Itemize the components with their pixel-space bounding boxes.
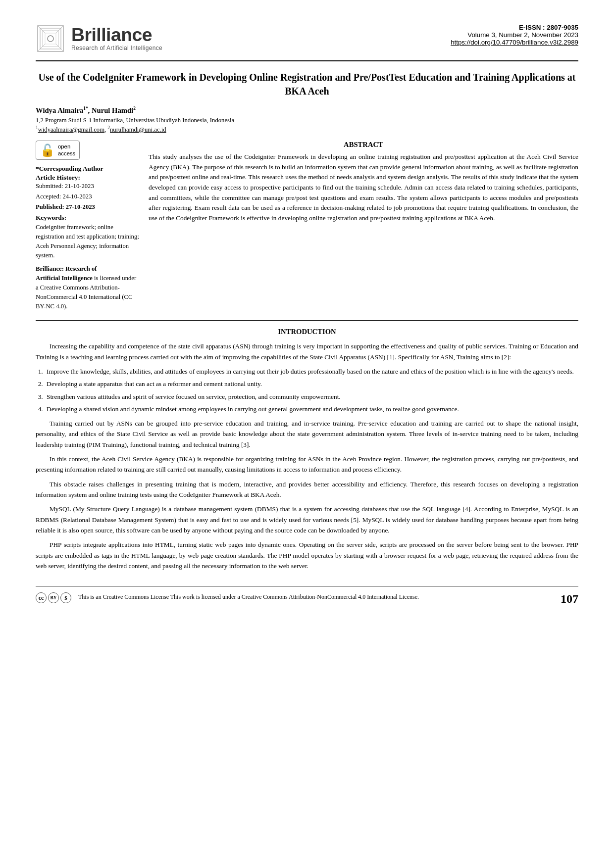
by-icon: BY xyxy=(48,592,59,603)
page-header: Brilliance Research of Artificial Intell… xyxy=(36,24,578,61)
abstract-text: This study analyses the use of the Codei… xyxy=(149,152,578,224)
logo-icon xyxy=(36,24,65,53)
logo-text-block: Brilliance Research of Artificial Intell… xyxy=(71,26,162,51)
volume-info: Volume 3, Number 2, November 2023 xyxy=(451,31,578,39)
left-sidebar: 🔓 open access *Corresponding Author Arti… xyxy=(36,141,140,311)
nc-icon: $ xyxy=(60,592,71,603)
logo-section: Brilliance Research of Artificial Intell… xyxy=(36,24,162,53)
intro-para1: Increasing the capability and competence… xyxy=(36,341,578,362)
intro-para3: In this context, the Aceh Civil Service … xyxy=(36,454,578,475)
intro-para2: Training carried out by ASNs can be grou… xyxy=(36,418,578,450)
footer-icons: cc BY $ xyxy=(36,592,71,603)
emails: 1widyaalmaira@gmail.com, 2nurulhamdi@uni… xyxy=(36,125,578,134)
author1-sup: 1* xyxy=(83,106,88,111)
svg-rect-3 xyxy=(45,33,56,44)
author2-sup: 2 xyxy=(133,106,136,111)
svg-line-8 xyxy=(56,44,63,51)
two-column-section: 🔓 open access *Corresponding Author Arti… xyxy=(36,141,578,311)
open-access-text: open access xyxy=(58,144,75,157)
svg-line-7 xyxy=(38,44,45,51)
authors-line: Widya Almaira1*, Nurul Hamdi2 xyxy=(36,106,578,115)
keywords-text: Codeigniter framework; online registrati… xyxy=(36,223,140,260)
submitted-date: Submitted: 21-10-2023 xyxy=(36,183,140,190)
open-access-badge: 🔓 open access xyxy=(36,141,80,160)
email1[interactable]: widyaalmaira@gmail.com xyxy=(38,126,104,133)
journal-name: Brilliance xyxy=(71,26,162,44)
email2[interactable]: nurulhamdi@uni.ac.id xyxy=(110,126,166,133)
intro-para4: This obstacle raises challenges in prese… xyxy=(36,479,578,500)
affiliation: 1,2 Program Studi S-1 Informatika, Unive… xyxy=(36,117,578,124)
list-item: Developing a state apparatus that can ac… xyxy=(45,379,578,389)
introduction-title: INTRODUCTION xyxy=(36,328,578,336)
intro-list: Improve the knowledge, skills, abilities… xyxy=(45,366,578,414)
abstract-section: ABSTRACT This study analyses the use of … xyxy=(149,141,578,311)
cc-icon: cc xyxy=(36,592,47,603)
brilliance-bold: Artificial Intelligence xyxy=(36,275,93,282)
article-history-label: Article History: xyxy=(36,174,140,182)
eissn: E-ISSN : 2807-9035 xyxy=(451,24,578,31)
keywords-section: Keywords: Codeigniter framework; online … xyxy=(36,214,140,260)
section-divider xyxy=(36,320,578,321)
abstract-title: ABSTRACT xyxy=(149,141,578,149)
published-date: Published: 27-10-2023 xyxy=(36,203,140,211)
svg-line-6 xyxy=(56,26,63,33)
article-title: Use of the CodeIgniter Framework in Deve… xyxy=(36,70,578,98)
license-section: Brilliance: Research of Artificial Intel… xyxy=(36,264,140,311)
author1-name: Widya Almaira xyxy=(36,106,83,114)
brilliance-label: Brilliance: Research of xyxy=(36,265,97,272)
doi-link[interactable]: https://doi.org/10.47709/brilliance.v3i2… xyxy=(451,39,578,46)
list-item: Developing a shared vision and dynamic m… xyxy=(45,404,578,414)
intro-para6: PHP scripts integrate applications into … xyxy=(36,539,578,571)
open-access-icon: 🔓 xyxy=(40,145,55,156)
corresponding-author-label: *Corresponding Author xyxy=(36,165,140,173)
page-number: 107 xyxy=(561,592,578,606)
intro-para5: MySQL (My Structure Query Language) is a… xyxy=(36,504,578,535)
journal-info: E-ISSN : 2807-9035 Volume 3, Number 2, N… xyxy=(451,24,578,46)
svg-point-4 xyxy=(48,36,53,42)
footer-license-text: This is an Creative Commons License This… xyxy=(78,592,554,601)
accepted-date: Accepted: 24-10-2023 xyxy=(36,193,140,200)
keywords-label: Keywords: xyxy=(36,214,140,222)
list-item: Improve the knowledge, skills, abilities… xyxy=(45,366,578,377)
svg-line-5 xyxy=(38,26,45,33)
page-footer: cc BY $ This is an Creative Commons Lice… xyxy=(36,586,578,606)
journal-subtitle: Research of Artificial Intelligence xyxy=(71,45,162,51)
author2-name: , Nurul Hamdi xyxy=(88,106,134,114)
doi-anchor[interactable]: https://doi.org/10.47709/brilliance.v3i2… xyxy=(451,39,578,46)
list-item: Strengthen various attitudes and spirit … xyxy=(45,391,578,402)
